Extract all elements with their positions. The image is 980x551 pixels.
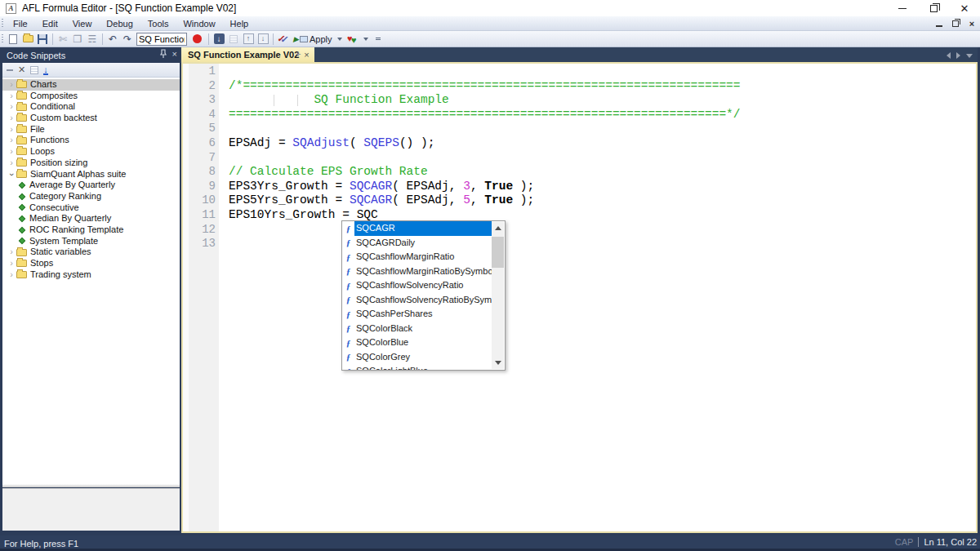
toolbar-overflow-button[interactable]	[373, 33, 383, 46]
tree-item-roc-ranking-template[interactable]: ROC Ranking Template	[2, 224, 180, 236]
chevron-collapsed-icon[interactable]: ›	[7, 113, 16, 124]
copy-button[interactable]: ❐	[70, 32, 85, 47]
expand-section-button[interactable]: ↓	[256, 32, 270, 47]
tree-folder-functions[interactable]: ›Functions	[2, 135, 180, 146]
menu-tools[interactable]: Tools	[140, 16, 176, 31]
paste-button[interactable]: ☴	[85, 32, 100, 47]
tree-folder-charts[interactable]: ›Charts	[2, 79, 180, 91]
chevron-collapsed-icon[interactable]: ›	[7, 91, 16, 102]
tree-folder-custom-backtest[interactable]: ›Custom backtest	[2, 113, 180, 124]
code-line-5[interactable]	[219, 122, 976, 136]
formula-name-input[interactable]	[136, 33, 187, 46]
chevron-collapsed-icon[interactable]: ›	[7, 124, 16, 136]
tab-list-icon[interactable]	[966, 54, 973, 58]
chevron-expanded-icon[interactable]: ›	[6, 170, 17, 178]
tree-folder-siamquant-alphas-suite[interactable]: ›SiamQuant Alphas suite	[2, 169, 180, 180]
toolbar-grip[interactable]	[2, 34, 3, 44]
tree-folder-static-variables[interactable]: ›Static variables	[2, 247, 180, 258]
tree-item-consecutive[interactable]: Consecutive	[2, 202, 180, 214]
mdi-restore-button[interactable]	[951, 19, 960, 29]
chevron-collapsed-icon[interactable]: ›	[7, 146, 16, 158]
mdi-minimize-button[interactable]	[934, 19, 944, 29]
code-line-3[interactable]: SQ Function Example	[219, 93, 976, 108]
redo-button[interactable]: ↷	[120, 32, 135, 47]
tree-folder-stops[interactable]: ›Stops	[2, 258, 180, 269]
tree-item-median-by-quarterly[interactable]: Median By Quarterly	[2, 213, 180, 224]
tree-folder-file[interactable]: ›File	[2, 124, 180, 136]
chevron-collapsed-icon[interactable]: ›	[7, 101, 16, 113]
tree-folder-trading-system[interactable]: ›Trading system	[2, 269, 180, 281]
autocomplete-item-sqcagr[interactable]: ƒSQCAGR	[342, 221, 505, 236]
scrollbar-thumb[interactable]	[492, 237, 504, 268]
tree-item-system-template[interactable]: System Template	[2, 236, 180, 247]
apply-button[interactable]: ▶ Apply	[291, 32, 334, 47]
scroll-up-icon[interactable]	[492, 222, 504, 234]
code-line-9[interactable]: EPS3Yrs_Growth = SQCAGR( EPSAdj, 3, True…	[219, 180, 976, 194]
edit-snippet-button[interactable]	[226, 32, 241, 47]
open-formula-button[interactable]	[20, 32, 35, 47]
code-line-10[interactable]: EPS5Yrs_Growth = SQCAGR( EPSAdj, 5, True…	[219, 193, 976, 208]
tree-folder-position-sizing[interactable]: ›Position sizing	[2, 158, 180, 169]
chevron-collapsed-icon[interactable]: ›	[7, 79, 16, 91]
chevron-collapsed-icon[interactable]: ›	[7, 258, 16, 269]
restore-button[interactable]	[918, 0, 949, 16]
record-icon[interactable]	[193, 34, 202, 43]
undo-button[interactable]: ↶	[105, 32, 120, 47]
cut-button[interactable]: ✄	[56, 32, 70, 47]
tab-scroll-left-icon[interactable]	[947, 52, 951, 59]
code-line-13[interactable]	[219, 237, 976, 251]
analysis-dropdown-icon[interactable]	[363, 38, 368, 41]
code-line-8[interactable]: // Calculate EPS Growth Rate	[219, 165, 976, 180]
menu-view[interactable]: View	[65, 16, 100, 31]
collapse-all-icon[interactable]	[7, 69, 13, 71]
autocomplete-item-sqcashflowmarginratio[interactable]: ƒSQCashflowMarginRatio	[342, 250, 505, 264]
scroll-down-icon[interactable]	[492, 357, 504, 369]
tree-item-category-ranking[interactable]: Category Ranking	[2, 191, 180, 202]
autocomplete-item-sqcashflowsolvencyratiobysymbol[interactable]: ƒSQCashflowSolvencyRatioBySymbol	[342, 293, 505, 308]
send-to-analysis-button[interactable]: ♥♥	[345, 32, 360, 47]
tab-close-icon[interactable]: ×	[304, 50, 309, 60]
code-line-7[interactable]	[219, 151, 976, 166]
save-formula-button[interactable]	[35, 32, 50, 47]
tab-sq-function-example[interactable]: SQ Function Example V02 ×	[181, 47, 314, 62]
autocomplete-item-sqcashpershares[interactable]: ƒSQCashPerShares	[342, 307, 505, 322]
code-line-12[interactable]	[219, 223, 976, 238]
apply-dropdown-icon[interactable]	[337, 38, 342, 41]
collapse-section-button[interactable]: ↑	[241, 32, 256, 47]
autocomplete-item-sqcashflowsolvencyratio[interactable]: ƒSQCashflowSolvencyRatio	[342, 278, 505, 293]
autocomplete-scrollbar[interactable]	[492, 222, 504, 369]
snippet-properties-icon[interactable]	[30, 66, 38, 74]
delete-snippet-icon[interactable]: ✕	[18, 64, 25, 75]
panel-splitter[interactable]	[2, 484, 180, 487]
tree-item-average-by-quarterly[interactable]: Average By Quarterly	[2, 180, 180, 191]
verify-syntax-button[interactable]: ✓✓	[276, 32, 291, 47]
autocomplete-item-sqcolorblack[interactable]: ƒSQColorBlack	[342, 322, 505, 336]
menu-debug[interactable]: Debug	[99, 16, 140, 31]
code-line-4[interactable]: ========================================…	[219, 108, 976, 122]
close-button[interactable]: ✕	[949, 0, 980, 16]
menu-edit[interactable]: Edit	[35, 16, 65, 31]
tab-scroll-right-icon[interactable]	[956, 52, 960, 59]
menu-file[interactable]: File	[6, 16, 35, 31]
chevron-collapsed-icon[interactable]: ›	[7, 158, 16, 169]
code-line-1[interactable]	[219, 64, 976, 79]
code-line-6[interactable]: EPSAdj = SQAdjust( SQEPS() );	[219, 136, 976, 151]
code-line-11[interactable]: EPS10Yrs_Growth = SQC	[219, 208, 976, 223]
tree-folder-loops[interactable]: ›Loops	[2, 146, 180, 158]
tree-folder-composites[interactable]: ›Composites	[2, 91, 180, 102]
autocomplete-item-sqcolorlightblue[interactable]: ƒSQColorLightBlue	[342, 364, 505, 371]
goto-function-button[interactable]: ↓	[212, 32, 226, 47]
import-snippets-icon[interactable]: ↓	[43, 65, 48, 75]
autocomplete-item-sqcolorgrey[interactable]: ƒSQColorGrey	[342, 350, 505, 365]
menu-window[interactable]: Window	[176, 16, 222, 31]
autocomplete-item-sqcashflowmarginratiobysymbol[interactable]: ƒSQCashflowMarginRatioBySymbol	[342, 264, 505, 279]
chevron-collapsed-icon[interactable]: ›	[7, 269, 16, 281]
pin-icon[interactable]	[159, 49, 167, 59]
autocomplete-item-sqcagrdaily[interactable]: ƒSQCAGRDaily	[342, 236, 505, 251]
menu-help[interactable]: Help	[223, 16, 256, 31]
code-line-2[interactable]: /*======================================…	[219, 79, 976, 94]
new-formula-button[interactable]	[6, 32, 20, 47]
menubar-grip[interactable]	[2, 19, 3, 29]
chevron-collapsed-icon[interactable]: ›	[7, 247, 16, 258]
minimize-button[interactable]	[887, 0, 918, 16]
